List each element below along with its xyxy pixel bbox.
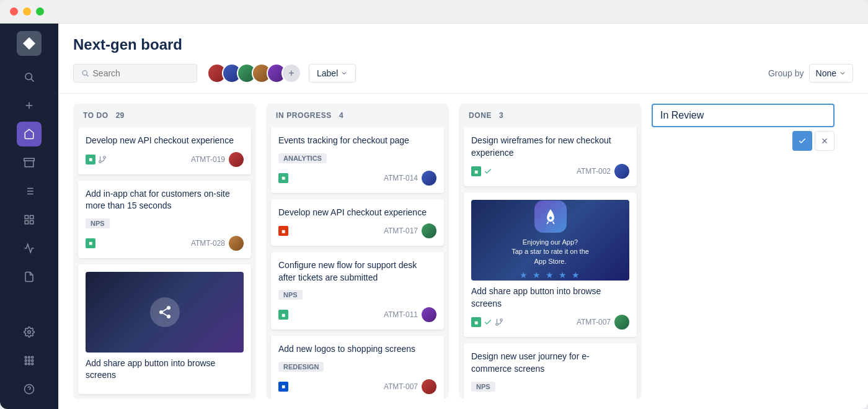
card-avatar [229,236,244,251]
sidebar-item-apps[interactable] [17,348,42,373]
column-done-count: 3 [499,111,503,120]
sidebar-item-list[interactable] [17,179,42,204]
confirm-column-button[interactable] [792,131,812,151]
card-id: ATMT-014 [384,174,418,182]
sidebar-item-search[interactable] [17,65,42,89]
card-avatar [422,379,436,394]
svg-point-31 [104,156,106,158]
card-footer: ■ ATMT-007 [278,379,436,394]
new-column-actions [652,131,835,151]
svg-point-24 [29,363,30,365]
column-inprogress: IN PROGRESS 4 Events tracking for checko… [266,104,449,399]
sidebar-item-settings[interactable] [17,320,42,344]
svg-point-25 [32,363,33,365]
svg-point-23 [25,363,27,365]
group-by-label: Group by [768,68,804,78]
svg-point-28 [82,71,87,75]
search-input[interactable] [93,68,189,78]
card-footer: ■ ATMT-002 [471,164,629,179]
card-title: Add share app button into browse screens [86,357,244,382]
card-atmt-019[interactable]: Develop new API checkout experience ■ AT… [78,127,251,174]
svg-point-1 [25,73,32,80]
svg-line-37 [162,308,167,311]
sidebar-item-project[interactable] [17,122,42,146]
minimize-button[interactable] [23,7,31,16]
card-meta: ATMT-028 [191,236,244,251]
card-id: ATMT-011 [384,310,418,319]
card-ecommerce[interactable]: Design new user journey for e-commerce s… [464,343,637,399]
card-image-share [86,272,244,353]
card-meta: ATMT-007 [577,315,629,330]
card-atmt-011[interactable]: Configure new flow for support desk afte… [271,252,444,330]
close-icon [820,137,829,145]
app-logo[interactable] [17,31,42,56]
search-box[interactable] [73,64,197,83]
card-id: ATMT-007 [384,382,418,391]
card-id: ATMT-019 [191,155,225,164]
column-todo-count: 29 [116,111,124,120]
label-filter-button[interactable]: Label [309,64,356,83]
task-icon: ■ [278,382,288,392]
check-icon [798,137,807,145]
close-button[interactable] [10,7,18,16]
card-avatar [614,164,629,179]
card-title: Develop new API checkout experience [86,135,244,147]
card-title: Design new user journey for e-commerce s… [471,351,629,375]
column-inprogress-title: IN PROGRESS [276,111,332,120]
card-footer: ■ ATMT-019 [86,152,244,167]
add-avatar-button[interactable]: + [281,63,301,83]
card-atmt-028[interactable]: Add in-app chat for customers on-site mo… [78,181,251,258]
sidebar-item-export[interactable] [17,264,42,289]
sidebar-item-chart[interactable] [17,236,42,261]
new-column-input[interactable] [660,110,826,121]
card-id: ATMT-028 [191,239,225,248]
card-tag: REDESIGN [278,362,324,372]
svg-point-17 [25,356,27,358]
card-atmt-007-inprogress[interactable]: Add new logos to shopping screens REDESI… [271,336,444,399]
sidebar-item-create[interactable] [17,93,42,118]
sidebar-item-layers[interactable] [17,150,42,175]
svg-point-32 [99,160,102,163]
column-todo-cards: Develop new API checkout experience ■ AT… [73,127,256,399]
card-meta: ATMT-017 [384,223,436,238]
card-tag: NPS [278,290,303,300]
svg-point-38 [549,217,552,220]
card-atmt-014[interactable]: Events tracking for checkout page ANALYT… [271,127,444,193]
group-by-select[interactable]: None [809,64,853,83]
card-icons: ■ [278,226,288,236]
check-icon [484,318,492,326]
card-meta: ATMT-002 [577,164,629,179]
cancel-column-button[interactable] [815,131,835,151]
card-title: Events tracking for checkout page [278,135,436,147]
sidebar-item-help[interactable] [17,377,42,402]
chevron-down-icon [340,70,348,77]
card-share-browse[interactable]: Add share app button into browse screens [78,264,251,394]
svg-point-22 [32,360,33,362]
maximize-button[interactable] [36,7,44,16]
label-filter-text: Label [317,68,338,78]
card-image [86,272,244,353]
app-icon [534,200,567,233]
svg-point-18 [29,356,30,358]
card-atmt-007-done[interactable]: Enjoying our App?Tap a star to rate it o… [464,192,637,337]
sidebar [0,24,58,409]
card-tag: NPS [471,382,495,392]
card-atmt-017[interactable]: Develop new API checkout experience ■ AT… [271,199,444,246]
card-title: Configure new flow for support desk afte… [278,259,436,284]
rocket-icon [542,208,559,225]
card-icons: ■ [471,166,492,176]
story-icon: ■ [278,173,288,183]
svg-marker-0 [23,37,35,50]
card-footer: ■ ATMT-028 [86,236,244,251]
column-inprogress-header: IN PROGRESS 4 [266,104,449,127]
card-atmt-002[interactable]: Design wireframes for new checkout exper… [464,127,637,186]
new-column-input-wrapper [652,104,835,127]
story-icon: ■ [278,310,288,320]
bug-icon: ■ [278,226,288,236]
card-avatar [422,307,436,322]
main-content: Next-gen board + Label [58,24,868,409]
sidebar-item-grid[interactable] [17,207,42,232]
column-done: DONE 3 Design wireframes for new checkou… [459,104,642,399]
card-icons: ■ [278,382,288,392]
check-icon [484,167,492,176]
